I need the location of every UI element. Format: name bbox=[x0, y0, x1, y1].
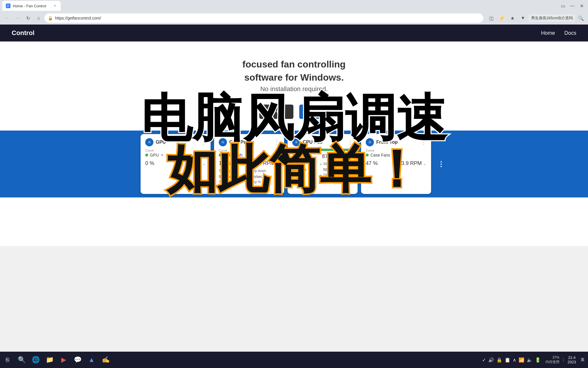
taskbar-mem-label: 内存使用 bbox=[545, 360, 559, 364]
taskbar-lock-icon[interactable]: 🔒 bbox=[496, 357, 502, 363]
cpu-push-curve-name: CPU Push bbox=[223, 153, 242, 157]
start-label: Start % bbox=[219, 180, 230, 185]
tab-title: Home - Fan Control bbox=[13, 4, 50, 8]
address-bar: ← → ↻ ⌂ 🔒 https://getfancontrol.com/ ◫ ⚡… bbox=[0, 12, 588, 25]
cpu-pull-step-up-row: Step up + bbox=[292, 162, 322, 166]
step-down-row: Step down + bbox=[250, 169, 279, 173]
cpu-pull-rpm-value: 875.5 RPM bbox=[322, 153, 348, 159]
step-down-add[interactable]: + bbox=[277, 169, 279, 173]
toolbar-right: ◫ ⚡ ★ ▼ 男生身高165cm你介意吗 🔍 bbox=[487, 13, 586, 23]
step-up-add[interactable]: + bbox=[246, 169, 249, 173]
front-top-rpm-value: 723.9 RPM bbox=[396, 160, 422, 166]
fan-card-cpu-pull-menu[interactable]: ⋮ bbox=[348, 139, 353, 145]
taskbar-app-chat[interactable]: 💬 bbox=[71, 353, 84, 366]
github-button[interactable]: GitHu... bbox=[259, 105, 293, 119]
site-brand: Control bbox=[12, 29, 34, 37]
favorites-button[interactable]: ★ bbox=[508, 13, 517, 23]
close-window-button[interactable]: ✕ bbox=[578, 2, 586, 10]
fan-card-gpu-curve-value: GPU ▼ bbox=[145, 153, 206, 157]
fan-card-gpu: ⚛ GPU ⋮ Curve GPU ▼ 0 % 0 RPM ⌄ bbox=[141, 134, 211, 194]
taskbar-date: 2023 bbox=[568, 360, 576, 364]
cpu-pull-step-down-val: 50 %/sec bbox=[323, 168, 337, 172]
taskbar-up-arrow[interactable]: ∧ bbox=[513, 357, 516, 363]
extensions-button[interactable]: ◫ bbox=[487, 13, 496, 23]
nav-docs[interactable]: Docs bbox=[564, 30, 576, 36]
forward-button[interactable]: → bbox=[13, 13, 22, 23]
fan-card-front-top-curve-value: Case Fans ▼ bbox=[366, 153, 426, 157]
restore-button[interactable]: ▭ bbox=[559, 2, 567, 10]
taskbar-app-browser[interactable]: 🌐 bbox=[29, 353, 42, 366]
site-navigation: Control Home Docs bbox=[0, 25, 588, 41]
favorites-dropdown[interactable]: ▼ bbox=[518, 13, 528, 23]
fan-card-cpu-pull-title: CPU Pull bbox=[303, 140, 348, 145]
download-button[interactable]: ...oad bbox=[299, 105, 329, 119]
lightning-icon[interactable]: ⚡ bbox=[497, 13, 507, 23]
tab-close-button[interactable]: × bbox=[52, 4, 57, 8]
taskbar-app-files[interactable]: 📁 bbox=[43, 353, 56, 366]
fan-card-cpu-push-title: CPU Push bbox=[229, 140, 274, 145]
back-button[interactable]: ← bbox=[2, 13, 12, 23]
hero-buttons: GitHu... ...oad bbox=[259, 105, 329, 119]
step-up-val-row: 5 %/sec bbox=[219, 175, 249, 179]
user-search-bar[interactable]: 男生身高165cm你介意吗 bbox=[529, 14, 575, 22]
cpu-pull-start-val-row: 36 % bbox=[292, 179, 322, 183]
taskbar-battery-icon[interactable]: 🔋 bbox=[535, 357, 541, 363]
taskbar-wifi-icon[interactable]: 📶 bbox=[519, 357, 524, 363]
cpu-pull-rpm: 875.5 RPM ⌃ bbox=[322, 153, 353, 159]
taskbar: ⎘ 🔍 🌐 📁 ▶ 💬 ▲ ✍ ✓ 🔊 🔒 📋 ∧ 📶 🔈 🔋 37% 内存使用… bbox=[0, 352, 588, 368]
home-button[interactable]: ⌂ bbox=[34, 13, 43, 23]
start-add[interactable]: + bbox=[246, 180, 249, 185]
taskbar-mem-info: 37% 内存使用 bbox=[545, 355, 559, 364]
website-content: Control Home Docs focused fan controllin… bbox=[0, 25, 588, 246]
fan-card-gpu-menu[interactable]: ⋮ bbox=[201, 139, 206, 145]
browser-search-button[interactable]: 🔍 bbox=[576, 13, 586, 23]
gpu-curve-arrow[interactable]: ▼ bbox=[160, 153, 164, 157]
fan-cards-more-button[interactable]: ⋮ bbox=[435, 134, 447, 194]
taskbar-mem-pct: 37% bbox=[552, 355, 559, 360]
cpu-pull-stop-val-row: 21 % bbox=[323, 179, 353, 183]
address-input[interactable]: 🔒 https://getfancontrol.com/ bbox=[44, 13, 483, 23]
taskbar-app-edit[interactable]: ✍ bbox=[99, 353, 112, 366]
fan-cards-more-icon: ⋮ bbox=[438, 160, 444, 168]
cpu-push-curve-arrow[interactable]: ▼ bbox=[244, 153, 247, 157]
taskbar-divider: | bbox=[563, 357, 564, 362]
stop-row: Stop % + bbox=[250, 180, 279, 185]
taskbar-sound-icon[interactable]: 🔊 bbox=[488, 357, 494, 363]
start-val-row: 0 % bbox=[219, 186, 249, 190]
fan-card-cpu-push-stats: 17 % 847.5 RPM ⌃ bbox=[219, 160, 279, 166]
taskbar-start-button[interactable]: ⎘ bbox=[1, 353, 14, 366]
step-up-label: Step up bbox=[219, 169, 231, 173]
reload-button[interactable]: ↻ bbox=[23, 13, 33, 23]
taskbar-clipboard-icon[interactable]: 📋 bbox=[505, 357, 510, 363]
cpu-pull-start-add[interactable]: + bbox=[320, 173, 322, 178]
nav-home[interactable]: Home bbox=[541, 30, 555, 36]
taskbar-sound-btn[interactable]: 🔈 bbox=[527, 357, 533, 363]
taskbar-search-button[interactable]: 🔍 bbox=[15, 353, 28, 366]
cpu-pull-sub-stats: Step up + Step down + 50 %/sec 50 %/sec bbox=[292, 162, 353, 183]
minimize-button[interactable]: — bbox=[568, 2, 576, 10]
cpu-pull-slider[interactable] bbox=[292, 149, 353, 151]
fan-card-front-top-menu[interactable]: ⋮ bbox=[421, 139, 426, 145]
cpu-pull-step-down-add[interactable]: + bbox=[351, 162, 353, 166]
user-text: 男生身高165cm你介意吗 bbox=[531, 15, 573, 21]
fan-card-front-top-stats: 47 % 723.9 RPM ⌄ bbox=[366, 160, 426, 166]
cpu-pull-stop-add[interactable]: + bbox=[351, 173, 353, 178]
taskbar-datetime[interactable]: 21:4 2023 bbox=[568, 355, 576, 364]
taskbar-app-nav[interactable]: ▲ bbox=[85, 353, 98, 366]
cpu-pull-slider-thumb[interactable] bbox=[350, 147, 356, 152]
front-top-curve-arrow[interactable]: ▼ bbox=[392, 153, 395, 157]
gpu-rpm-arrow: ⌄ bbox=[202, 161, 206, 166]
stop-add[interactable]: + bbox=[277, 180, 279, 185]
taskbar-lang[interactable]: 英 bbox=[581, 357, 584, 362]
gpu-curve-name: GPU bbox=[150, 153, 159, 157]
cpu-pull-step-up-val-row: 50 %/sec bbox=[292, 168, 322, 172]
active-tab[interactable]: F Home - Fan Control × bbox=[2, 1, 61, 11]
cpu-pull-rpm-arrow: ⌃ bbox=[349, 154, 353, 159]
taskbar-check-icon[interactable]: ✓ bbox=[482, 357, 486, 363]
browser-chrome: F Home - Fan Control × ▭ — ✕ ← → ↻ ⌂ 🔒 h… bbox=[0, 0, 588, 25]
taskbar-app-media[interactable]: ▶ bbox=[57, 353, 70, 366]
window-controls: ▭ — ✕ bbox=[559, 2, 588, 10]
fan-card-cpu-push-menu[interactable]: ⋮ bbox=[274, 139, 279, 145]
cpu-pull-step-up-add[interactable]: + bbox=[320, 162, 322, 166]
fan-card-gpu-curve-label: Curve bbox=[145, 149, 206, 152]
